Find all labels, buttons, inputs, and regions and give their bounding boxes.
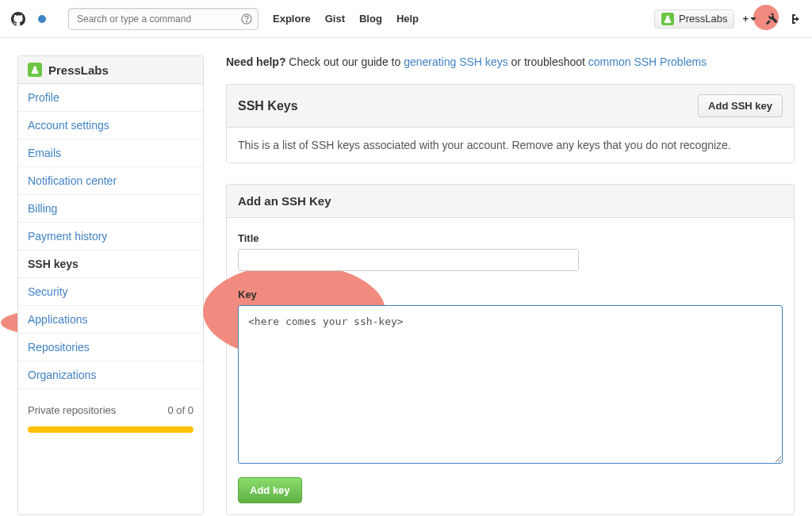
sidebar-item-applications[interactable]: Applications [18,306,203,334]
tools-icon[interactable] [764,12,779,26]
beaker-icon [28,63,42,77]
link-common-ssh[interactable]: common SSH Problems [588,55,707,68]
sidebar-item-notification-center[interactable]: Notification center [18,167,203,195]
title-label: Title [238,232,783,244]
nav-gist[interactable]: Gist [325,13,345,25]
key-label: Key [238,289,783,300]
settings-sidebar: PressLabs ProfileAccount settingsEmailsN… [17,55,204,515]
private-repos-label: Private repositories [28,404,116,416]
sidebar-item-emails[interactable]: Emails [18,140,203,167]
search-wrap [68,8,259,30]
search-input[interactable] [68,8,259,30]
ssh-keys-panel-head: SSH Keys Add SSH key [227,85,794,128]
add-ssh-key-form: Add an SSH Key Title Key Add key [226,184,795,515]
topbar: Explore Gist Blog Help PressLabs + [0,0,812,38]
private-repos-count: 0 of 0 [167,404,193,416]
help-text2: or troubleshoot [508,55,588,68]
create-new-button[interactable]: + [742,13,756,25]
add-key-button[interactable]: Add key [238,477,302,503]
notification-dot-icon[interactable] [38,15,46,23]
svg-point-1 [247,21,247,21]
main: Need help? Check out our guide to genera… [226,55,795,515]
form-title: Add an SSH Key [227,185,794,218]
ssh-keys-panel: SSH Keys Add SSH key This is a list of S… [226,84,795,163]
sidebar-item-repositories[interactable]: Repositories [18,334,203,361]
sidebar-item-payment-history[interactable]: Payment history [18,223,203,250]
sidebar-item-account-settings[interactable]: Account settings [18,112,203,140]
help-text1: Check out our guide to [285,55,404,68]
sidebar-item-ssh-keys[interactable]: SSH keys [18,250,203,278]
container: PressLabs ProfileAccount settingsEmailsN… [0,38,812,516]
sidebar-stats: Private repositories 0 of 0 [18,397,203,423]
plus-icon: + [742,13,749,25]
link-generating-ssh[interactable]: generating SSH keys [404,55,508,68]
form-body: Title Key Add key [227,218,794,514]
nav-help[interactable]: Help [396,13,419,25]
username-label: PressLabs [679,13,727,25]
sidebar-item-organizations[interactable]: Organizations [18,361,203,389]
sidebar-item-security[interactable]: Security [18,278,203,306]
title-input[interactable] [238,249,579,271]
key-textarea[interactable] [238,305,783,464]
help-prefix: Need help? [226,55,285,68]
ssh-keys-desc: This is a list of SSH keys associated wi… [227,128,794,162]
usage-bar [28,426,193,433]
top-right: PressLabs + [654,10,801,29]
sidebar-item-profile[interactable]: Profile [18,84,203,112]
search-help-icon[interactable] [241,13,252,25]
sidebar-title: PressLabs [48,63,109,77]
nav-blog[interactable]: Blog [359,13,382,25]
beaker-icon [661,13,674,25]
user-badge[interactable]: PressLabs [654,10,734,29]
logout-icon[interactable] [787,12,801,26]
help-line: Need help? Check out our guide to genera… [226,55,795,68]
nav-explore[interactable]: Explore [273,13,311,25]
add-ssh-key-button[interactable]: Add SSH key [698,94,783,117]
sidebar-header: PressLabs [18,56,203,84]
chevron-down-icon [750,17,756,21]
ssh-keys-title: SSH Keys [238,99,298,113]
top-nav: Explore Gist Blog Help [273,13,419,25]
sidebar-item-billing[interactable]: Billing [18,195,203,223]
github-logo-icon[interactable] [11,12,25,26]
